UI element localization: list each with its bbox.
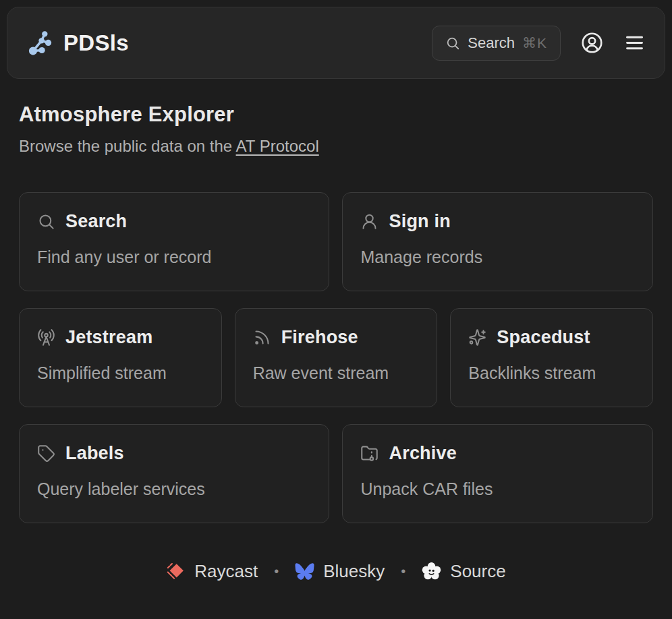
- search-button[interactable]: Search ⌘K: [432, 26, 561, 61]
- menu-button[interactable]: [623, 32, 646, 54]
- search-icon: [37, 212, 55, 231]
- account-button[interactable]: [581, 32, 603, 54]
- radio-tower-icon: [37, 328, 55, 347]
- card-archive[interactable]: ArchiveUnpack CAR files: [342, 424, 653, 523]
- page-title: Atmosphere Explorer: [19, 102, 653, 127]
- card-title: Archive: [389, 443, 456, 464]
- search-shortcut: ⌘K: [522, 35, 547, 51]
- search-button-label: Search: [468, 34, 515, 52]
- card-header: Jetstream: [37, 327, 204, 348]
- card-firehose[interactable]: FirehoseRaw event stream: [235, 308, 438, 407]
- card-spacedust[interactable]: SpacedustBacklinks stream: [450, 308, 653, 407]
- page-subtitle: Browse the public data on the AT Protoco…: [19, 137, 653, 156]
- folder-archive-icon: [360, 444, 379, 463]
- card-sign-in[interactable]: Sign inManage records: [342, 192, 653, 291]
- card-header: Spacedust: [468, 327, 635, 348]
- hamburger-menu-icon: [623, 32, 646, 54]
- card-title: Firehose: [281, 327, 358, 348]
- card-search[interactable]: SearchFind any user or record: [19, 192, 329, 291]
- card-title: Search: [65, 211, 127, 232]
- card-subtitle: Unpack CAR files: [360, 479, 635, 499]
- footer-separator: •: [274, 564, 279, 579]
- at-protocol-link[interactable]: AT Protocol: [236, 137, 319, 155]
- footer-link-bluesky[interactable]: Bluesky: [295, 561, 385, 582]
- footer-links: Raycast•Bluesky•Source: [19, 561, 653, 582]
- app-logo-home-link[interactable]: PDSls: [26, 29, 129, 57]
- footer-link-raycast[interactable]: Raycast: [166, 561, 258, 582]
- footer-link-label: Raycast: [194, 561, 258, 582]
- card-subtitle: Backlinks stream: [468, 363, 635, 383]
- card-header: Sign in: [360, 211, 635, 232]
- main-content: Atmosphere Explorer Browse the public da…: [0, 102, 672, 582]
- app-title: PDSls: [63, 30, 129, 56]
- card-title: Sign in: [389, 211, 450, 232]
- tangled-icon: [422, 562, 441, 581]
- top-bar: PDSls Search ⌘K: [7, 7, 665, 79]
- card-header: Labels: [37, 443, 311, 464]
- raycast-icon: [166, 562, 186, 581]
- card-subtitle: Raw event stream: [253, 363, 420, 383]
- footer-link-source[interactable]: Source: [422, 561, 505, 582]
- card-title: Labels: [65, 443, 124, 464]
- card-title: Spacedust: [497, 327, 590, 348]
- cards-grid: SearchFind any user or recordSign inMana…: [19, 192, 653, 523]
- user-icon: [360, 212, 379, 231]
- sparkles-icon: [468, 328, 486, 347]
- footer-link-label: Bluesky: [323, 561, 385, 582]
- card-subtitle: Query labeler services: [37, 479, 311, 499]
- card-labels[interactable]: LabelsQuery labeler services: [19, 424, 329, 523]
- search-icon: [445, 36, 460, 51]
- card-header: Archive: [360, 443, 635, 464]
- circle-user-icon: [581, 32, 603, 54]
- card-jetstream[interactable]: JetstreamSimplified stream: [19, 308, 222, 407]
- card-subtitle: Find any user or record: [37, 247, 311, 267]
- footer-separator: •: [401, 564, 405, 579]
- page-subtitle-text: Browse the public data on the: [19, 137, 236, 155]
- card-header: Search: [37, 211, 311, 232]
- card-subtitle: Manage records: [360, 247, 635, 267]
- topbar-actions: Search ⌘K: [432, 26, 646, 61]
- footer-link-label: Source: [450, 561, 505, 582]
- card-title: Jetstream: [65, 327, 152, 348]
- bluesky-icon: [295, 562, 314, 581]
- card-header: Firehose: [253, 327, 420, 348]
- rss-icon: [253, 328, 271, 347]
- card-subtitle: Simplified stream: [37, 363, 204, 383]
- tag-icon: [37, 444, 55, 463]
- pdsls-logo-icon: [26, 29, 55, 57]
